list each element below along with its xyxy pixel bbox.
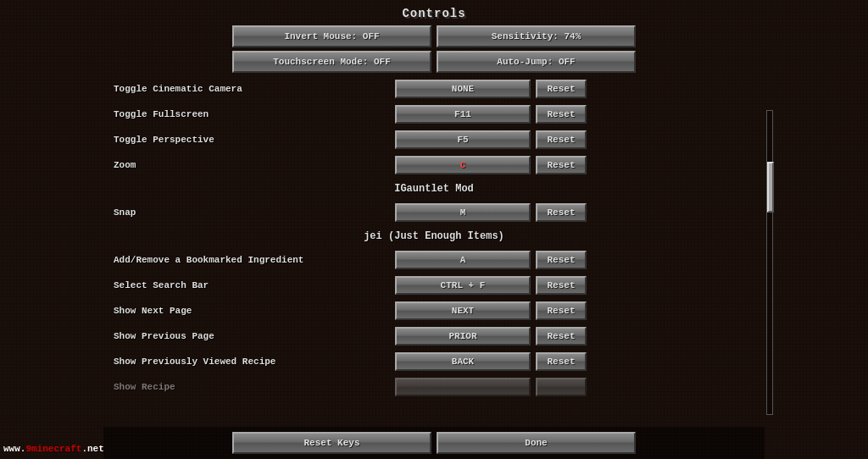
settings-area: Toggle Cinematic Camera NONE Reset Toggl… [103, 76, 765, 427]
setting-row-cinematic: Toggle Cinematic Camera NONE Reset [103, 76, 765, 102]
key-btn-perspective[interactable]: F5 [395, 130, 531, 149]
key-btn-prevpage[interactable]: PRIOR [395, 327, 531, 346]
reset-zoom: Reset [536, 156, 587, 174]
reset-btn-prevrecipe[interactable]: Reset [536, 352, 587, 371]
sensitivity-btn[interactable]: Sensitivity: 74% [437, 25, 636, 47]
done-btn[interactable]: Done [437, 432, 636, 454]
watermark-prefix: www. [3, 444, 25, 454]
reset-search: Reset [536, 276, 587, 295]
key-bookmark: A [395, 251, 531, 269]
autojump-btn[interactable]: Auto-Jump: OFF [437, 51, 636, 73]
reset-btn-fullscreen[interactable]: Reset [536, 105, 587, 124]
watermark-brand: 9minecraft [25, 444, 81, 454]
reset-prevpage: Reset [536, 327, 587, 346]
scrollbar-thumb[interactable] [767, 162, 774, 213]
key-btn-search[interactable]: CTRL + F [395, 276, 531, 295]
key-btn-fullscreen[interactable]: F11 [395, 105, 531, 124]
setting-row-fullscreen: Toggle Fullscreen F11 Reset [103, 102, 765, 127]
label-prevrecipe: Show Previously Viewed Recipe [107, 357, 395, 367]
reset-perspective: Reset [536, 130, 587, 149]
key-perspective: F5 [395, 130, 531, 149]
key-cinematic: NONE [395, 80, 531, 98]
reset-btn-search[interactable]: Reset [536, 276, 587, 295]
setting-row-snap: Snap M Reset [103, 200, 765, 225]
reset-snap: Reset [536, 203, 587, 222]
top-buttons-row: Invert Mouse: OFF Sensitivity: 74% [103, 25, 765, 47]
watermark: www.9minecraft.net [3, 444, 104, 454]
key-zoom: C [395, 156, 531, 174]
key-btn-snap[interactable]: M [395, 203, 531, 222]
label-recipe: Show Recipe [107, 382, 395, 392]
label-prevpage: Show Previous Page [107, 331, 395, 341]
reset-btn-nextpage[interactable]: Reset [536, 301, 587, 320]
section-igauntlet: IGauntlet Mod [103, 178, 765, 200]
key-snap: M [395, 203, 531, 222]
reset-btn-recipe[interactable] [536, 378, 587, 396]
reset-recipe [536, 378, 587, 397]
setting-row-prevrecipe: Show Previously Viewed Recipe BACK Reset [103, 349, 765, 374]
watermark-suffix: .net [81, 444, 103, 454]
top-buttons-row2: Touchscreen Mode: OFF Auto-Jump: OFF [103, 51, 765, 73]
invert-mouse-btn[interactable]: Invert Mouse: OFF [232, 25, 431, 47]
setting-row-search: Select Search Bar CTRL + F Reset [103, 273, 765, 298]
main-container: Controls Invert Mouse: OFF Sensitivity: … [0, 0, 868, 459]
key-prevpage: PRIOR [395, 327, 531, 346]
reset-btn-prevpage[interactable]: Reset [536, 327, 587, 346]
touchscreen-btn[interactable]: Touchscreen Mode: OFF [232, 51, 431, 73]
reset-bookmark: Reset [536, 251, 587, 269]
key-btn-cinematic[interactable]: NONE [395, 80, 531, 98]
key-prevrecipe: BACK [395, 352, 531, 371]
label-zoom: Zoom [107, 160, 395, 170]
section-jei: jei (Just Enough Items) [103, 225, 765, 247]
label-perspective: Toggle Perspective [107, 135, 395, 145]
key-recipe [395, 378, 531, 397]
setting-row-recipe: Show Recipe [103, 374, 765, 400]
label-bookmark: Add/Remove a Bookmarked Ingredient [107, 255, 395, 265]
reset-fullscreen: Reset [536, 105, 587, 124]
scrollbar-track[interactable] [766, 110, 773, 415]
reset-btn-bookmark[interactable]: Reset [536, 251, 587, 269]
key-btn-zoom[interactable]: C [395, 156, 531, 174]
key-btn-recipe[interactable] [395, 378, 531, 396]
reset-btn-perspective[interactable]: Reset [536, 130, 587, 149]
label-search: Select Search Bar [107, 280, 395, 290]
label-cinematic: Toggle Cinematic Camera [107, 84, 395, 94]
reset-btn-zoom[interactable]: Reset [536, 156, 587, 174]
key-fullscreen: F11 [395, 105, 531, 124]
page-title: Controls [402, 7, 465, 20]
reset-btn-cinematic[interactable]: Reset [536, 80, 587, 98]
reset-prevrecipe: Reset [536, 352, 587, 371]
setting-row-perspective: Toggle Perspective F5 Reset [103, 127, 765, 152]
key-nextpage: NEXT [395, 301, 531, 320]
setting-row-nextpage: Show Next Page NEXT Reset [103, 298, 765, 324]
reset-nextpage: Reset [536, 301, 587, 320]
reset-btn-snap[interactable]: Reset [536, 203, 587, 222]
bottom-bar: Reset Keys Done [103, 427, 765, 459]
label-fullscreen: Toggle Fullscreen [107, 109, 395, 119]
key-btn-prevrecipe[interactable]: BACK [395, 352, 531, 371]
label-nextpage: Show Next Page [107, 306, 395, 316]
setting-row-bookmark: Add/Remove a Bookmarked Ingredient A Res… [103, 247, 765, 273]
key-search: CTRL + F [395, 276, 531, 295]
setting-row-prevpage: Show Previous Page PRIOR Reset [103, 324, 765, 349]
label-snap: Snap [107, 207, 395, 218]
key-btn-bookmark[interactable]: A [395, 251, 531, 269]
setting-row-zoom: Zoom C Reset [103, 152, 765, 178]
reset-keys-btn[interactable]: Reset Keys [232, 432, 431, 454]
key-btn-nextpage[interactable]: NEXT [395, 301, 531, 320]
reset-cinematic: Reset [536, 80, 587, 98]
